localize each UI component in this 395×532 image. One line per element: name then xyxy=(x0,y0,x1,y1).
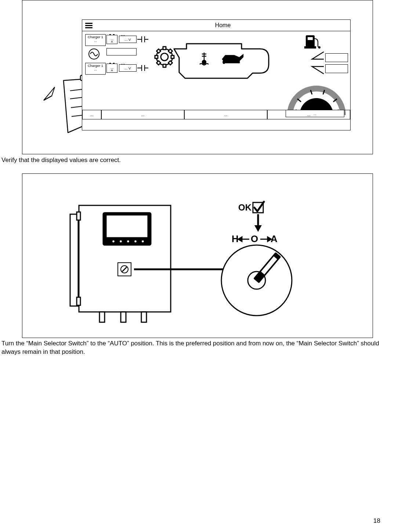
svg-rect-14 xyxy=(124,35,124,36)
svg-point-60 xyxy=(112,240,115,242)
selector-pos-h: H xyxy=(232,233,239,244)
svg-rect-11 xyxy=(109,34,111,35)
amps1-box: ... A xyxy=(106,35,117,44)
svg-rect-44 xyxy=(307,37,313,40)
svg-rect-68 xyxy=(99,312,105,322)
svg-point-61 xyxy=(120,240,122,242)
svg-point-46 xyxy=(319,47,320,48)
svg-rect-13 xyxy=(122,35,122,36)
charger1-box: Charger 1 ... xyxy=(85,34,106,46)
svg-rect-12 xyxy=(113,34,115,35)
svg-rect-57 xyxy=(77,297,80,305)
svg-point-37 xyxy=(161,53,168,61)
svg-point-39 xyxy=(202,60,206,64)
engine-icon xyxy=(153,36,311,80)
volts2-box: ... V xyxy=(119,64,137,72)
svg-rect-70 xyxy=(141,312,146,322)
svg-rect-59 xyxy=(106,215,148,238)
figure-hmi-home: Home Charger 1 ... ... A xyxy=(22,0,373,154)
svg-rect-19 xyxy=(124,64,124,65)
screen-title: Home xyxy=(95,22,350,29)
ac-source-icon xyxy=(87,47,101,61)
selector-pos-o: O xyxy=(251,233,258,244)
svg-point-62 xyxy=(127,240,130,242)
volts1-box: ... V xyxy=(119,36,137,43)
svg-marker-75 xyxy=(254,225,262,232)
svg-rect-69 xyxy=(121,312,126,322)
amps2-box: ... A xyxy=(106,64,117,73)
svg-rect-32 xyxy=(171,55,174,58)
status1-box xyxy=(106,48,137,55)
caption-2: Turn the “Main Selector Switch” to the “… xyxy=(1,339,391,356)
ok-label: OK xyxy=(238,202,252,212)
svg-rect-30 xyxy=(163,64,166,67)
svg-marker-77 xyxy=(238,237,242,241)
bottom-cell-4: ... xyxy=(267,110,350,119)
hmi-screen: Home Charger 1 ... ... A xyxy=(82,19,351,130)
svg-rect-56 xyxy=(77,212,80,220)
svg-point-64 xyxy=(142,240,144,242)
svg-rect-17 xyxy=(113,63,115,64)
fuel-pump-icon xyxy=(304,33,326,50)
charger2-box: Charger 1 ... xyxy=(85,63,106,75)
svg-rect-16 xyxy=(109,63,111,64)
bottom-cell-1: ... xyxy=(82,110,101,119)
svg-rect-31 xyxy=(155,55,158,58)
svg-point-42 xyxy=(223,61,225,64)
pressure-gauge: ... PSI xyxy=(283,75,346,115)
right-box-1 xyxy=(325,53,348,62)
bottom-cell-2: ... xyxy=(101,110,184,119)
svg-rect-18 xyxy=(122,64,122,65)
bottom-cell-3: ... xyxy=(184,110,267,119)
figure-selector-switch: OK H O A xyxy=(22,173,373,338)
menu-icon[interactable] xyxy=(82,23,95,28)
right-box-2 xyxy=(325,64,348,73)
caption-1: Verify that the displayed values are cor… xyxy=(1,156,391,165)
svg-rect-29 xyxy=(163,47,166,50)
hmi-bottom-bar: ... ... ... ... xyxy=(82,110,350,119)
svg-rect-54 xyxy=(70,214,78,306)
svg-point-63 xyxy=(134,240,137,242)
svg-rect-45 xyxy=(305,47,316,48)
